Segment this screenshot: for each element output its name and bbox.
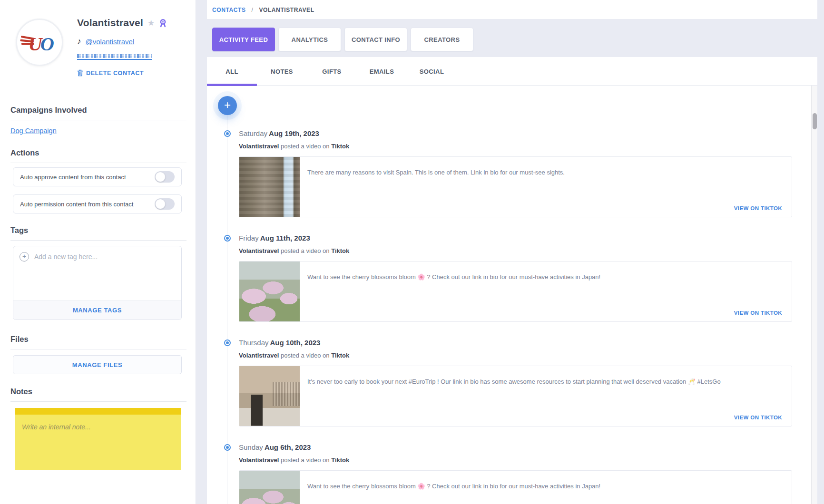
profile-block: U O Volantistravel ★ ♪ @volantistravel bbox=[16, 17, 187, 77]
breadcrumb-current: VOLANTISTRAVEL bbox=[259, 7, 314, 13]
feed-item-action: posted a video on bbox=[281, 456, 330, 464]
timeline-bullet-icon bbox=[224, 339, 231, 346]
redacted-link[interactable] bbox=[77, 54, 152, 60]
toggle-knob bbox=[155, 172, 166, 182]
feed-item-day: Friday bbox=[239, 234, 259, 242]
contact-name: Volantistravel bbox=[77, 17, 143, 29]
feed-item-action: posted a video on bbox=[281, 247, 330, 254]
tab-creators[interactable]: CREATORS bbox=[411, 28, 473, 51]
feed-item-date-strong: Aug 10th, 2023 bbox=[270, 339, 321, 347]
timeline-bullet-icon bbox=[224, 130, 231, 137]
manage-files-button[interactable]: MANAGE FILES bbox=[13, 355, 182, 374]
actions-heading: Actions bbox=[10, 148, 186, 163]
post-caption: Want to see the cherry blossoms bloom 🌸 … bbox=[300, 262, 615, 321]
files-heading: Files bbox=[10, 335, 186, 349]
feed-item-date-strong: Aug 19th, 2023 bbox=[269, 129, 319, 137]
add-tag-placeholder: Add a new tag here... bbox=[34, 253, 98, 261]
feed-scrollbar[interactable] bbox=[811, 86, 817, 504]
trash-icon bbox=[77, 69, 83, 77]
feed-item-subtitle: Volantistravel posted a video on Tiktok bbox=[239, 352, 811, 359]
subtab-gifts[interactable]: GIFTS bbox=[307, 57, 357, 86]
feed-item-date: FridayAug 11th, 2023 bbox=[239, 234, 811, 243]
post-thumbnail bbox=[239, 157, 300, 217]
scrollbar-thumb[interactable] bbox=[813, 113, 817, 129]
feed-item-day: Saturday bbox=[239, 129, 267, 137]
subtab-social[interactable]: SOCIAL bbox=[407, 57, 457, 86]
auto-permission-label: Auto permission content from this contac… bbox=[20, 201, 155, 208]
main-tabs: ACTIVITY FEED ANALYTICS CONTACT INFO CRE… bbox=[212, 28, 473, 51]
post-card: It's never too early to book your next #… bbox=[239, 366, 792, 426]
feed-item-author: Volantistravel bbox=[239, 456, 279, 464]
campaign-link[interactable]: Dog Campaign bbox=[10, 127, 57, 135]
activity-feed: + SaturdayAug 19th, 2023 Volantistravel … bbox=[207, 86, 811, 504]
subtab-all[interactable]: ALL bbox=[207, 57, 257, 86]
feed-item: SaturdayAug 19th, 2023 Volantistravel po… bbox=[239, 129, 811, 217]
delete-contact-button[interactable]: DELETE CONTACT bbox=[77, 69, 187, 77]
post-card: Want to see the cherry blossoms bloom 🌸 … bbox=[239, 261, 792, 322]
view-on-tiktok-link[interactable]: VIEW ON TIKTOK bbox=[734, 205, 782, 211]
auto-approve-toggle[interactable] bbox=[155, 171, 175, 183]
view-on-tiktok-link[interactable]: VIEW ON TIKTOK bbox=[734, 415, 782, 420]
contact-sidebar: U O Volantistravel ★ ♪ @volantistravel bbox=[0, 0, 196, 504]
add-tag-input[interactable]: + Add a new tag here... bbox=[13, 246, 181, 267]
note-header-strip bbox=[15, 408, 181, 415]
delete-contact-label: DELETE CONTACT bbox=[86, 70, 144, 77]
tab-activity-feed[interactable]: ACTIVITY FEED bbox=[212, 28, 275, 51]
subtab-notes[interactable]: NOTES bbox=[257, 57, 307, 86]
feed-item-platform: Tiktok bbox=[331, 247, 349, 254]
note-placeholder: Write an internal note... bbox=[15, 415, 181, 439]
brand-logo: U O bbox=[20, 30, 59, 55]
internal-note-input[interactable]: Write an internal note... bbox=[15, 408, 181, 470]
actions-section: Actions bbox=[10, 148, 186, 163]
post-card: There are many reasons to visit Spain. T… bbox=[239, 156, 792, 217]
feed-item: FridayAug 11th, 2023 Volantistravel post… bbox=[239, 234, 811, 322]
feed-item-subtitle: Volantistravel posted a video on Tiktok bbox=[239, 247, 811, 255]
feed-item-platform: Tiktok bbox=[331, 143, 349, 150]
auto-approve-card: Auto approve content from this contact bbox=[13, 167, 182, 186]
tab-contact-info[interactable]: CONTACT INFO bbox=[344, 28, 407, 51]
auto-approve-label: Auto approve content from this contact bbox=[20, 174, 155, 181]
subtab-emails[interactable]: EMAILS bbox=[357, 57, 407, 86]
feed-list: SaturdayAug 19th, 2023 Volantistravel po… bbox=[239, 129, 811, 504]
tag-list-empty-area bbox=[13, 267, 181, 300]
notes-section: Notes bbox=[10, 387, 186, 402]
timeline-bullet-icon bbox=[224, 235, 231, 242]
tiktok-handle-link[interactable]: @volantistravel bbox=[86, 38, 135, 46]
campaigns-section: Campaigns Involved Dog Campaign bbox=[10, 106, 186, 135]
auto-permission-card: Auto permission content from this contac… bbox=[13, 194, 182, 213]
feed-item-platform: Tiktok bbox=[331, 352, 349, 359]
feed-item-author: Volantistravel bbox=[239, 247, 279, 254]
tiktok-icon: ♪ bbox=[77, 37, 81, 46]
campaigns-heading: Campaigns Involved bbox=[10, 106, 186, 120]
post-thumbnail bbox=[239, 471, 300, 504]
manage-tags-button[interactable]: MANAGE TAGS bbox=[13, 300, 181, 320]
notes-heading: Notes bbox=[10, 387, 186, 402]
breadcrumb: CONTACTS / VOLANTISTRAVEL bbox=[207, 0, 817, 13]
tags-section: Tags bbox=[10, 226, 186, 241]
timeline-bullet-icon bbox=[224, 444, 231, 451]
favorite-star-icon[interactable]: ★ bbox=[147, 18, 155, 28]
view-on-tiktok-link[interactable]: VIEW ON TIKTOK bbox=[734, 310, 782, 316]
feed-item-date: SaturdayAug 19th, 2023 bbox=[239, 129, 811, 139]
auto-permission-toggle[interactable] bbox=[155, 198, 175, 210]
feed-item-day: Thursday bbox=[239, 339, 269, 347]
breadcrumb-bar: CONTACTS / VOLANTISTRAVEL bbox=[207, 0, 817, 19]
post-thumbnail bbox=[239, 262, 300, 321]
post-caption: There are many reasons to visit Spain. T… bbox=[300, 157, 579, 217]
feed-item-author: Volantistravel bbox=[239, 352, 279, 359]
feed-item-day: Sunday bbox=[239, 443, 263, 451]
add-tag-plus-icon: + bbox=[20, 252, 29, 262]
feed-item-action: posted a video on bbox=[281, 352, 330, 359]
feed-filter-tabs: ALL NOTES GIFTS EMAILS SOCIAL bbox=[207, 57, 817, 86]
post-thumbnail bbox=[239, 366, 300, 426]
feed-item-subtitle: Volantistravel posted a video on Tiktok bbox=[239, 143, 811, 150]
breadcrumb-separator: / bbox=[252, 7, 254, 13]
tab-analytics[interactable]: ANALYTICS bbox=[278, 28, 341, 51]
tags-heading: Tags bbox=[10, 226, 186, 241]
add-activity-button[interactable]: + bbox=[218, 96, 237, 115]
feed-item-date-strong: Aug 6th, 2023 bbox=[265, 443, 311, 451]
feed-item-date: SundayAug 6th, 2023 bbox=[239, 443, 811, 453]
feed-item-action: posted a video on bbox=[281, 143, 330, 150]
breadcrumb-contacts-link[interactable]: CONTACTS bbox=[212, 7, 246, 13]
activity-panel: ALL NOTES GIFTS EMAILS SOCIAL + Saturday… bbox=[207, 57, 817, 504]
